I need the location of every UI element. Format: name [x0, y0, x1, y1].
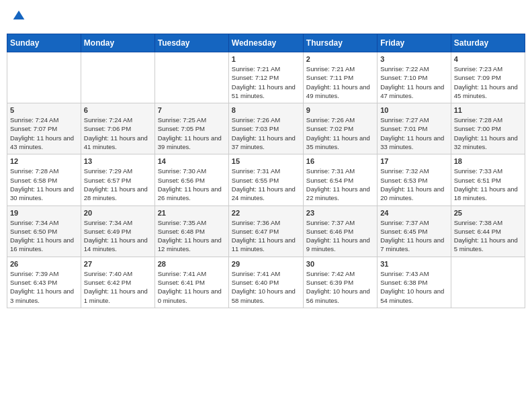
day-info: Sunrise: 7:40 AMSunset: 6:42 PMDaylight:…	[84, 269, 152, 305]
day-cell-7: 7Sunrise: 7:25 AMSunset: 7:05 PMDaylight…	[154, 103, 228, 154]
day-number: 21	[158, 209, 226, 217]
day-cell-21: 21Sunrise: 7:35 AMSunset: 6:48 PMDayligh…	[154, 205, 228, 257]
day-info: Sunrise: 7:21 AMSunset: 7:12 PMDaylight:…	[232, 64, 300, 100]
day-cell-16: 16Sunrise: 7:31 AMSunset: 6:54 PMDayligh…	[303, 154, 377, 205]
day-cell-8: 8Sunrise: 7:26 AMSunset: 7:03 PMDaylight…	[228, 103, 303, 154]
day-info: Sunrise: 7:21 AMSunset: 7:11 PMDaylight:…	[306, 64, 374, 100]
day-number: 1	[232, 55, 300, 63]
day-info: Sunrise: 7:42 AMSunset: 6:39 PMDaylight:…	[306, 269, 374, 305]
day-info: Sunrise: 7:23 AMSunset: 7:09 PMDaylight:…	[454, 64, 522, 100]
day-cell-24: 24Sunrise: 7:37 AMSunset: 6:45 PMDayligh…	[378, 205, 451, 257]
day-cell-empty	[154, 52, 228, 103]
day-cell-empty	[7, 52, 81, 103]
day-number: 13	[84, 157, 152, 165]
day-info: Sunrise: 7:37 AMSunset: 6:45 PMDaylight:…	[380, 218, 447, 254]
day-info: Sunrise: 7:26 AMSunset: 7:03 PMDaylight:…	[232, 116, 300, 151]
weekday-header-saturday: Saturday	[451, 34, 525, 52]
day-cell-19: 19Sunrise: 7:34 AMSunset: 6:50 PMDayligh…	[7, 205, 81, 257]
page-header	[7, 7, 525, 28]
day-cell-20: 20Sunrise: 7:34 AMSunset: 6:49 PMDayligh…	[81, 205, 154, 257]
day-number: 18	[454, 157, 522, 165]
day-number: 11	[454, 106, 522, 114]
day-cell-25: 25Sunrise: 7:38 AMSunset: 6:44 PMDayligh…	[451, 205, 525, 257]
day-cell-11: 11Sunrise: 7:28 AMSunset: 7:00 PMDayligh…	[451, 103, 525, 154]
day-info: Sunrise: 7:30 AMSunset: 6:56 PMDaylight:…	[158, 167, 226, 202]
day-cell-5: 5Sunrise: 7:24 AMSunset: 7:07 PMDaylight…	[7, 103, 81, 154]
day-number: 31	[380, 260, 447, 268]
day-cell-14: 14Sunrise: 7:30 AMSunset: 6:56 PMDayligh…	[154, 154, 228, 205]
day-number: 3	[380, 55, 447, 63]
day-cell-empty	[81, 52, 154, 103]
day-number: 28	[158, 260, 226, 268]
day-info: Sunrise: 7:31 AMSunset: 6:55 PMDaylight:…	[232, 167, 300, 202]
weekday-header-thursday: Thursday	[303, 34, 377, 52]
day-info: Sunrise: 7:43 AMSunset: 6:38 PMDaylight:…	[380, 269, 447, 305]
day-number: 7	[158, 106, 226, 114]
day-info: Sunrise: 7:34 AMSunset: 6:50 PMDaylight:…	[10, 218, 78, 254]
svg-marker-0	[13, 11, 25, 19]
day-cell-31: 31Sunrise: 7:43 AMSunset: 6:38 PMDayligh…	[378, 257, 451, 308]
day-number: 24	[380, 209, 447, 217]
week-row-4: 19Sunrise: 7:34 AMSunset: 6:50 PMDayligh…	[7, 205, 525, 257]
day-cell-3: 3Sunrise: 7:22 AMSunset: 7:10 PMDaylight…	[378, 52, 451, 103]
day-info: Sunrise: 7:28 AMSunset: 7:00 PMDaylight:…	[454, 116, 522, 151]
day-cell-29: 29Sunrise: 7:41 AMSunset: 6:40 PMDayligh…	[228, 257, 303, 308]
day-info: Sunrise: 7:29 AMSunset: 6:57 PMDaylight:…	[84, 167, 152, 202]
day-number: 2	[306, 55, 374, 63]
day-info: Sunrise: 7:24 AMSunset: 7:07 PMDaylight:…	[10, 116, 78, 151]
day-cell-4: 4Sunrise: 7:23 AMSunset: 7:09 PMDaylight…	[451, 52, 525, 103]
day-info: Sunrise: 7:41 AMSunset: 6:40 PMDaylight:…	[232, 269, 300, 305]
logo	[12, 9, 27, 26]
day-cell-27: 27Sunrise: 7:40 AMSunset: 6:42 PMDayligh…	[81, 257, 154, 308]
logo-icon	[12, 9, 26, 23]
day-cell-13: 13Sunrise: 7:29 AMSunset: 6:57 PMDayligh…	[81, 154, 154, 205]
day-number: 6	[84, 106, 152, 114]
day-number: 16	[306, 157, 374, 165]
weekday-header-monday: Monday	[81, 34, 154, 52]
day-info: Sunrise: 7:41 AMSunset: 6:41 PMDaylight:…	[158, 269, 226, 305]
weekday-header-wednesday: Wednesday	[228, 34, 303, 52]
weekday-header-sunday: Sunday	[7, 34, 81, 52]
day-number: 14	[158, 157, 226, 165]
day-number: 4	[454, 55, 522, 63]
day-number: 22	[232, 209, 300, 217]
day-cell-30: 30Sunrise: 7:42 AMSunset: 6:39 PMDayligh…	[303, 257, 377, 308]
calendar: SundayMondayTuesdayWednesdayThursdayFrid…	[7, 34, 525, 308]
day-info: Sunrise: 7:26 AMSunset: 7:02 PMDaylight:…	[306, 116, 374, 151]
weekday-header-row: SundayMondayTuesdayWednesdayThursdayFrid…	[7, 34, 525, 52]
week-row-3: 12Sunrise: 7:28 AMSunset: 6:58 PMDayligh…	[7, 154, 525, 205]
week-row-5: 26Sunrise: 7:39 AMSunset: 6:43 PMDayligh…	[7, 257, 525, 308]
day-info: Sunrise: 7:22 AMSunset: 7:10 PMDaylight:…	[380, 64, 447, 100]
day-info: Sunrise: 7:32 AMSunset: 6:53 PMDaylight:…	[380, 167, 447, 202]
day-info: Sunrise: 7:35 AMSunset: 6:48 PMDaylight:…	[158, 218, 226, 254]
day-cell-23: 23Sunrise: 7:37 AMSunset: 6:46 PMDayligh…	[303, 205, 377, 257]
day-number: 8	[232, 106, 300, 114]
day-info: Sunrise: 7:24 AMSunset: 7:06 PMDaylight:…	[84, 116, 152, 151]
day-info: Sunrise: 7:37 AMSunset: 6:46 PMDaylight:…	[306, 218, 374, 254]
day-cell-18: 18Sunrise: 7:33 AMSunset: 6:51 PMDayligh…	[451, 154, 525, 205]
day-number: 23	[306, 209, 374, 217]
day-cell-6: 6Sunrise: 7:24 AMSunset: 7:06 PMDaylight…	[81, 103, 154, 154]
day-info: Sunrise: 7:39 AMSunset: 6:43 PMDaylight:…	[10, 269, 78, 305]
day-cell-empty	[451, 257, 525, 308]
weekday-header-friday: Friday	[378, 34, 451, 52]
day-cell-2: 2Sunrise: 7:21 AMSunset: 7:11 PMDaylight…	[303, 52, 377, 103]
day-cell-10: 10Sunrise: 7:27 AMSunset: 7:01 PMDayligh…	[378, 103, 451, 154]
day-number: 15	[232, 157, 300, 165]
day-cell-28: 28Sunrise: 7:41 AMSunset: 6:41 PMDayligh…	[154, 257, 228, 308]
day-info: Sunrise: 7:31 AMSunset: 6:54 PMDaylight:…	[306, 167, 374, 202]
day-number: 25	[454, 209, 522, 217]
week-row-2: 5Sunrise: 7:24 AMSunset: 7:07 PMDaylight…	[7, 103, 525, 154]
day-cell-9: 9Sunrise: 7:26 AMSunset: 7:02 PMDaylight…	[303, 103, 377, 154]
day-cell-1: 1Sunrise: 7:21 AMSunset: 7:12 PMDaylight…	[228, 52, 303, 103]
day-info: Sunrise: 7:28 AMSunset: 6:58 PMDaylight:…	[10, 167, 78, 202]
day-info: Sunrise: 7:25 AMSunset: 7:05 PMDaylight:…	[158, 116, 226, 151]
day-number: 19	[10, 209, 78, 217]
day-cell-17: 17Sunrise: 7:32 AMSunset: 6:53 PMDayligh…	[378, 154, 451, 205]
day-info: Sunrise: 7:38 AMSunset: 6:44 PMDaylight:…	[454, 218, 522, 254]
weekday-header-tuesday: Tuesday	[154, 34, 228, 52]
day-number: 20	[84, 209, 152, 217]
day-number: 12	[10, 157, 78, 165]
day-info: Sunrise: 7:36 AMSunset: 6:47 PMDaylight:…	[232, 218, 300, 254]
day-number: 5	[10, 106, 78, 114]
